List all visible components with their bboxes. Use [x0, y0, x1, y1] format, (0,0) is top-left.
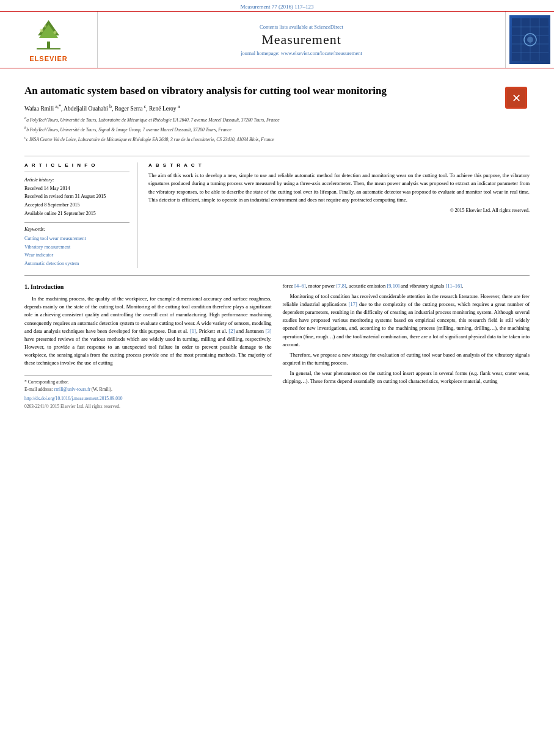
article-title-section: An automatic system based on vibratory a…	[24, 75, 530, 150]
footnote-area: * Corresponding author. E-mail address: …	[24, 375, 272, 410]
keyword-2: Vibratory measurement	[24, 243, 129, 252]
homepage-label: journal homepage:	[241, 50, 280, 56]
body-col-left: 1. Introduction In the machining process…	[24, 282, 272, 410]
svg-text:✕: ✕	[512, 92, 521, 104]
page: Measurement 77 (2016) 117–123	[0, 0, 554, 756]
ref3-link[interactable]: [3]	[266, 328, 272, 334]
contents-label: Contents lists available at	[260, 24, 313, 30]
doi-link[interactable]: http://dx.doi.org/10.1016/j.measurement.…	[24, 395, 272, 402]
body-col1-para1: In the machining process, the quality of…	[24, 295, 272, 368]
article-history: Article history: Received 14 May 2014 Re…	[24, 176, 129, 217]
affiliation-a: aa PolyTech'Tours, Université de Tours, …	[24, 115, 499, 123]
crossmark-badge: ✕	[505, 87, 527, 109]
keywords-divider	[24, 222, 129, 223]
footnote-corresponding: * Corresponding author.	[24, 379, 272, 386]
abstract-copyright: © 2015 Elsevier Ltd. All rights reserved…	[148, 208, 530, 213]
footnote-email: E-mail address: rmili@univ-tours.fr (W. …	[24, 386, 272, 393]
authors-line: Wafaa Rmili a,*, Abdeljalil Ouahabi b, R…	[24, 104, 499, 112]
journal-title: Measurement	[261, 32, 341, 48]
available-date: Available online 21 September 2015	[24, 209, 129, 218]
elsevier-logo-area: ELSEVIER	[0, 12, 98, 68]
ref11-16-link[interactable]: [11–16]	[446, 283, 462, 289]
svg-rect-3	[37, 48, 60, 49]
homepage-url[interactable]: www.elsevier.com/locate/measurement	[281, 50, 362, 56]
info-abstract-section: A R T I C L E I N F O Article history: R…	[24, 162, 530, 267]
body-col2-para4: In general, the wear phenomenon on the c…	[283, 369, 530, 385]
body-col2-para1: force [4–6], motor power [7,8], acoustic…	[283, 282, 530, 290]
journal-title-area: Contents lists available at ScienceDirec…	[98, 12, 505, 68]
ref7-8-link[interactable]: [7,8]	[337, 283, 346, 289]
svg-point-4	[40, 29, 43, 32]
body-col2-para2: Monitoring of tool condition has receive…	[283, 293, 530, 349]
homepage-line: journal homepage: www.elsevier.com/locat…	[241, 50, 362, 56]
body-section: 1. Introduction In the machining process…	[24, 282, 530, 410]
received-date: Received 14 May 2014	[24, 184, 129, 193]
body-col2-para3: Therefore, we propose a new strategy for…	[283, 351, 530, 367]
ref1-link[interactable]: [1]	[190, 328, 196, 334]
svg-rect-0	[47, 42, 50, 49]
ref17-link[interactable]: [17]	[349, 301, 357, 307]
keywords-label: Keywords:	[24, 227, 129, 232]
revised-date: Received in revised form 31 August 2015	[24, 192, 129, 201]
elsevier-text-label: ELSEVIER	[29, 55, 67, 62]
email-link[interactable]: rmili@univ-tours.fr	[54, 387, 90, 392]
abstract-text: The aim of this work is to develop a new…	[148, 172, 530, 204]
crossmark-area: ✕	[505, 84, 530, 109]
journal-header: ELSEVIER Contents lists available at Sci…	[0, 11, 554, 68]
abstract-header: A B S T R A C T	[148, 162, 530, 168]
keywords-section: Keywords: Cutting tool wear measurement …	[24, 227, 129, 267]
svg-point-6	[44, 25, 46, 27]
elsevier-tree-icon	[32, 17, 65, 54]
keyword-3: Wear indicator	[24, 251, 129, 260]
info-inner-divider	[24, 172, 129, 172]
body-divider	[24, 275, 530, 276]
body-col-right: force [4–6], motor power [7,8], acoustic…	[283, 282, 530, 410]
keyword-1: Cutting tool wear measurement	[24, 234, 129, 243]
main-content: An automatic system based on vibratory a…	[0, 68, 554, 410]
ref9-10-link[interactable]: [9,10]	[387, 283, 399, 289]
crossmark-icon: ✕	[507, 89, 525, 107]
affiliation-c: cc INSA Centre Val de Loire, Laboratoire…	[24, 135, 499, 143]
svg-point-16	[527, 37, 533, 43]
article-title-text: An automatic system based on vibratory a…	[24, 84, 499, 145]
article-title: An automatic system based on vibratory a…	[24, 84, 499, 98]
header-right-logo	[505, 12, 554, 68]
title-divider	[24, 156, 530, 156]
article-info-header: A R T I C L E I N F O	[24, 162, 129, 168]
abstract-col: A B S T R A C T The aim of this work is …	[148, 162, 530, 267]
elsevier-logo: ELSEVIER	[29, 17, 67, 62]
ref2-link[interactable]: [2]	[228, 328, 235, 334]
accepted-date: Accepted 8 September 2015	[24, 201, 129, 209]
svg-point-5	[54, 31, 57, 34]
citation-bar: Measurement 77 (2016) 117–123	[0, 0, 554, 11]
sciencedirect-link[interactable]: ScienceDirect	[314, 24, 343, 30]
footer-copyright: 0263-2241/© 2015 Elsevier Ltd. All right…	[24, 403, 272, 410]
contents-available-line: Contents lists available at ScienceDirec…	[260, 24, 343, 30]
citation-text: Measurement 77 (2016) 117–123	[241, 4, 314, 10]
section1-title: 1. Introduction	[24, 282, 272, 292]
right-decorative-box	[509, 15, 550, 64]
author-wafaa: Wafaa Rmili	[24, 106, 55, 112]
keyword-4: Automatic detection system	[24, 260, 129, 268]
right-logo-svg	[512, 18, 549, 61]
history-label: Article history:	[24, 176, 129, 184]
affiliation-b: bb PolyTech'Tours, Université de Tours, …	[24, 125, 499, 133]
ref4-6-link[interactable]: [4–6]	[294, 283, 305, 289]
article-info-col: A R T I C L E I N F O Article history: R…	[24, 162, 137, 267]
